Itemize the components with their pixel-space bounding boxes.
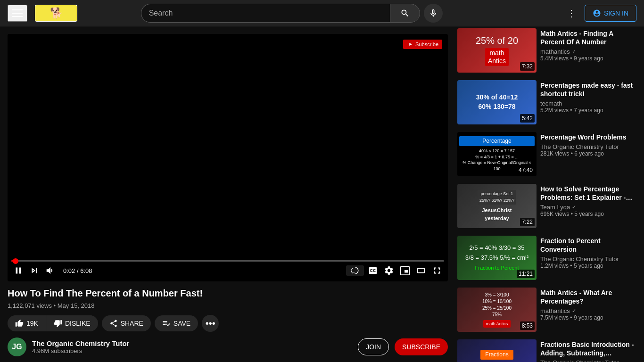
settings-button[interactable] <box>382 263 396 278</box>
video-controls: 0:02 / 6:08 <box>8 262 448 281</box>
related-title: Math Antics - What Are Percentages? <box>540 288 638 305</box>
related-channel: mathantics ✓ <box>540 48 638 55</box>
theater-button[interactable] <box>414 263 428 278</box>
logo[interactable]: 🐕 <box>35 5 77 22</box>
save-icon <box>162 319 171 328</box>
related-info: Math Antics - What Are Percentages? math… <box>540 288 638 332</box>
verified-icon: ✓ <box>572 49 576 55</box>
fullscreen-icon <box>432 265 442 276</box>
miniplayer-icon <box>400 265 410 276</box>
right-controls <box>346 263 444 278</box>
verified-icon: ✓ <box>572 204 576 210</box>
share-icon <box>109 319 118 328</box>
settings-icon <box>384 265 394 276</box>
related-channel: The Organic Chemistry Tutor <box>540 143 638 150</box>
menu-button[interactable] <box>8 5 27 22</box>
related-video-item[interactable]: Percentage 40% × 120 = 7.157% = 4/3 = 1 … <box>455 130 640 178</box>
related-title: Fractions Basic Introduction - Adding, S… <box>540 340 638 357</box>
related-info: Percentage Word Problems The Organic Che… <box>540 132 638 176</box>
related-video-item[interactable]: percentage Set 125%? 61%? 22%? JesusChri… <box>455 182 640 230</box>
next-button[interactable] <box>27 263 41 278</box>
channel-subscribers: 4.96M subscribers <box>32 347 352 354</box>
volume-button[interactable] <box>43 263 58 278</box>
thumbnail-container: 25% of 20 mathAntics 7:32 <box>457 28 537 73</box>
time-display: 0:02 / 6:08 <box>63 267 92 274</box>
fullscreen-button[interactable] <box>430 263 444 278</box>
video-meta: 1,122,071 views • May 15, 2018 <box>8 302 448 309</box>
related-video-item[interactable]: 2/5 = 40% 3/30 = 35 3/8 = 37.5% 5/½ = cm… <box>455 234 640 282</box>
video-display <box>8 34 448 281</box>
subtitles-button[interactable] <box>366 263 380 278</box>
subscribe-button[interactable]: SUBSCRIBE <box>395 338 448 355</box>
dislike-button[interactable]: DISLIKE <box>46 315 98 331</box>
video-actions: 19K DISLIKE SHARE SAVE ••• <box>8 315 448 332</box>
thumbnail-container: 3% = 3/10010% = 10/10025% = 25/10075% ma… <box>457 288 537 332</box>
mic-button[interactable] <box>424 4 443 23</box>
related-channel: tecmath <box>540 100 638 107</box>
video-area: Subscribe <box>0 26 455 362</box>
search-input[interactable] <box>141 4 390 23</box>
nav-right: ⋮ SIGN IN <box>562 4 636 23</box>
save-button[interactable]: SAVE <box>155 315 198 331</box>
share-button[interactable]: SHARE <box>102 315 151 331</box>
related-title: How to Solve Percentage Problems: Set 1 … <box>540 185 638 202</box>
related-video-item[interactable]: Fractions 3/4 + 3/4 Fractions Basic Intr… <box>455 337 640 362</box>
related-title: Math Antics - Finding A Percent Of A Num… <box>540 29 638 46</box>
duration-badge: 47:40 <box>517 166 535 174</box>
thumbnail-container: Fractions 3/4 + 3/4 <box>457 339 537 362</box>
more-actions-button[interactable]: ••• <box>202 315 219 332</box>
search-container <box>141 4 443 23</box>
thumbnail-container: 30% of 40=12 60% 130=78 5:42 <box>457 80 537 124</box>
related-channel: The Organic Chemistry Tutor <box>540 255 638 263</box>
sign-in-button[interactable]: SIGN IN <box>585 5 636 22</box>
related-meta: 1.2M views • 5 years ago <box>540 263 638 269</box>
thumbs-down-icon <box>54 319 62 328</box>
theater-icon <box>416 265 426 276</box>
related-title: Percentages made easy - fast shortcut tr… <box>540 81 638 98</box>
related-channel: mathantics ✓ <box>540 307 638 314</box>
video-overlay: 0:02 / 6:08 <box>8 260 448 281</box>
pause-button[interactable] <box>11 263 25 278</box>
search-button[interactable] <box>390 4 420 23</box>
like-dislike-group: 19K DISLIKE <box>8 315 98 331</box>
verified-icon: ✓ <box>572 308 576 314</box>
channel-avatar: JG <box>8 337 26 356</box>
related-video-item[interactable]: 30% of 40=12 60% 130=78 5:42 Percentages… <box>455 78 640 126</box>
related-channel: The Organic Chemistry Tutor <box>540 359 638 362</box>
search-icon <box>400 8 410 18</box>
related-meta: 7.5M views • 9 years ago <box>540 314 638 321</box>
duration-badge: 8:53 <box>520 321 535 330</box>
skip-next-icon <box>29 265 40 276</box>
related-info: Fractions Basic Introduction - Adding, S… <box>540 339 638 362</box>
video-player[interactable]: Subscribe <box>8 34 448 281</box>
speed-button[interactable] <box>346 265 364 276</box>
progress-fill <box>11 260 16 262</box>
account-icon <box>593 9 601 17</box>
channel-info: The Organic Chemistry Tutor 4.96M subscr… <box>32 339 352 354</box>
duration-badge: 11:21 <box>517 270 535 278</box>
duration-badge: 7:22 <box>520 218 535 226</box>
related-title: Fraction to Percent Conversion <box>540 237 638 254</box>
related-video-item[interactable]: 25% of 20 mathAntics 7:32 Math Antics - … <box>455 26 640 74</box>
related-meta: 696K views • 5 years ago <box>540 211 638 217</box>
related-info: Percentages made easy - fast shortcut tr… <box>540 80 638 124</box>
duration-badge: 5:42 <box>520 114 535 123</box>
join-button[interactable]: JOIN <box>358 338 389 355</box>
more-options-button[interactable]: ⋮ <box>562 4 581 23</box>
subscribe-badge: Subscribe <box>403 40 442 49</box>
related-info: Fraction to Percent Conversion The Organ… <box>540 236 638 280</box>
thumbnail-container: percentage Set 125%? 61%? 22%? JesusChri… <box>457 184 537 228</box>
related-channel: Team Lyqa ✓ <box>540 204 638 211</box>
progress-dot <box>13 258 18 264</box>
related-title: Percentage Word Problems <box>540 133 638 141</box>
channel-name[interactable]: The Organic Chemistry Tutor <box>32 339 352 347</box>
related-video-item[interactable]: 3% = 3/10010% = 10/10025% = 25/10075% ma… <box>455 286 640 334</box>
thumbnail-container: 2/5 = 40% 3/30 = 35 3/8 = 37.5% 5/½ = cm… <box>457 236 537 280</box>
related-meta: 5.2M views • 7 years ago <box>540 107 638 114</box>
related-info: How to Solve Percentage Problems: Set 1 … <box>540 184 638 228</box>
channel-row: JG The Organic Chemistry Tutor 4.96M sub… <box>8 337 448 362</box>
main-layout: Subscribe <box>0 26 644 362</box>
like-button[interactable]: 19K <box>8 315 46 331</box>
miniplayer-button[interactable] <box>398 263 412 278</box>
mic-icon <box>429 8 438 18</box>
